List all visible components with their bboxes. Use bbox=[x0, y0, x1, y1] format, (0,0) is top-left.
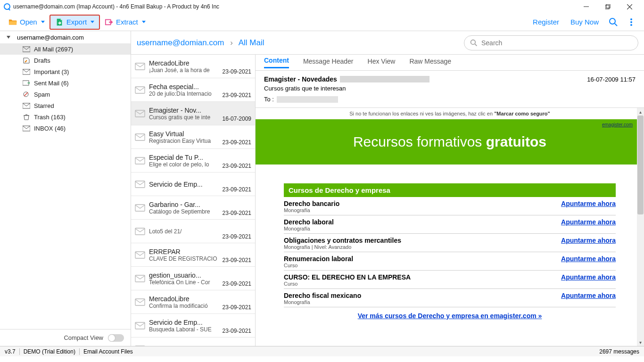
extract-button[interactable]: Extract bbox=[100, 16, 150, 29]
message-item[interactable]: Fecha especial...20 de julio:Día Interna… bbox=[131, 78, 255, 102]
mail-subject: Cursos gratis que te interesan bbox=[264, 85, 636, 92]
message-subject: Easy Virtual bbox=[149, 130, 219, 138]
close-button[interactable] bbox=[619, 0, 640, 13]
course-signup-link[interactable]: Apuntarme ahora bbox=[561, 218, 616, 226]
folder-icon bbox=[23, 69, 30, 74]
scroll-down-icon[interactable]: ▾ bbox=[637, 338, 644, 346]
folder-item[interactable]: Sent Mail (6) bbox=[0, 77, 131, 89]
mail-body[interactable]: Si no te funcionan los enlaces ni ves la… bbox=[256, 108, 644, 346]
message-item[interactable]: Emagister - Nov...Cursos gratis que te i… bbox=[131, 102, 255, 125]
message-date: 23-09-2021 bbox=[223, 328, 251, 337]
course-subtitle: Monografía bbox=[284, 299, 561, 305]
message-item[interactable]: Especial de Tu P...Elige el color de pel… bbox=[131, 149, 255, 173]
svg-rect-25 bbox=[135, 322, 145, 329]
message-subject: Especial de Tu P... bbox=[149, 154, 219, 161]
course-subtitle: Monografía | Nivel: Avanzado bbox=[284, 244, 561, 250]
folder-label: Drafts bbox=[34, 57, 50, 64]
message-preview: Busqueda Laboral - SUE bbox=[149, 326, 219, 333]
message-item[interactable]: Easy VirtualRegistracion Easy Virtua23-0… bbox=[131, 125, 255, 149]
register-link[interactable]: Register bbox=[527, 16, 565, 28]
envelope-icon bbox=[135, 275, 145, 282]
envelope-icon bbox=[135, 322, 145, 329]
message-date: 23-09-2021 bbox=[223, 139, 251, 148]
mail-to-label: To : bbox=[264, 96, 274, 103]
course-row: Derecho bancarioMonografíaApuntarme ahor… bbox=[284, 197, 616, 215]
search-input[interactable] bbox=[481, 39, 632, 47]
tab-message-header[interactable]: Message Header bbox=[303, 58, 354, 68]
course-title: Renumeracion laboral bbox=[284, 255, 561, 263]
message-list[interactable]: MercadoLibre¡Juan José, a la hora de23-0… bbox=[131, 55, 256, 346]
tab-content[interactable]: Content bbox=[264, 57, 289, 68]
status-bar: v3.7 DEMO (Trial Edition) Email Account … bbox=[0, 346, 644, 356]
folder-label: Starred bbox=[34, 102, 54, 109]
envelope-icon bbox=[135, 110, 145, 117]
folder-item[interactable]: INBOX (46) bbox=[0, 123, 131, 134]
folder-icon bbox=[23, 114, 30, 120]
folder-item[interactable]: All Mail (2697) bbox=[0, 43, 131, 55]
scrollbar-thumb[interactable] bbox=[637, 115, 644, 214]
folder-label: Trash (163) bbox=[34, 114, 66, 121]
envelope-icon bbox=[135, 133, 145, 141]
course-subtitle: Monografía bbox=[284, 226, 561, 231]
message-preview: Loto5 del 21/ bbox=[149, 228, 219, 235]
message-date: 23-09-2021 bbox=[223, 92, 251, 101]
course-row: Obligaciones y contratos mercantilesMono… bbox=[284, 234, 616, 252]
message-item[interactable]: Servicio de Emp...23-09-2021 bbox=[131, 173, 255, 196]
message-item[interactable]: MercadoLibreConfirma la modificació23-09… bbox=[131, 290, 255, 314]
message-item[interactable]: Servicio de Emp...Busqueda Laboral - SUE… bbox=[131, 314, 255, 337]
folder-item[interactable]: Important (3) bbox=[0, 66, 131, 77]
more-button[interactable] bbox=[622, 13, 640, 31]
breadcrumb[interactable]: username@domian.com › All Mail bbox=[137, 38, 264, 48]
course-signup-link[interactable]: Apuntarme ahora bbox=[561, 255, 616, 263]
more-courses-link[interactable]: Ver más cursos de Derecho y empresa en e… bbox=[284, 312, 616, 320]
search-button[interactable] bbox=[604, 13, 622, 31]
open-button[interactable]: Open bbox=[4, 16, 50, 29]
compact-view-toggle[interactable] bbox=[108, 334, 124, 342]
minimize-button[interactable] bbox=[575, 0, 597, 13]
breadcrumb-account: username@domian.com bbox=[137, 38, 224, 47]
message-subject: MercadoLibre bbox=[149, 295, 219, 303]
envelope-icon bbox=[135, 251, 145, 259]
maximize-button[interactable] bbox=[597, 0, 619, 13]
folder-item[interactable]: Spam bbox=[0, 89, 131, 100]
mail-banner: emagister.com Recursos formativos gratui… bbox=[256, 119, 644, 165]
svg-rect-20 bbox=[135, 205, 145, 211]
message-item[interactable]: tarjeta@tupara bbox=[131, 337, 255, 346]
message-item[interactable]: Loto5 del 21/23-09-2021 bbox=[131, 220, 255, 243]
course-signup-link[interactable]: Apuntarme ahora bbox=[561, 237, 616, 244]
folder-item[interactable]: Starred bbox=[0, 100, 131, 111]
status-message-count: 2697 messages bbox=[599, 348, 639, 355]
tab-raw-message[interactable]: Raw Message bbox=[409, 58, 451, 68]
folder-item[interactable]: Trash (163) bbox=[0, 111, 131, 123]
mail-from: Emagister - Novedades bbox=[264, 75, 337, 83]
message-item[interactable]: gestion_usuario...Telefónica On Line - C… bbox=[131, 267, 255, 290]
message-item[interactable]: ERREPARCLAVE DE REGISTRACIO23-09-2021 bbox=[131, 243, 255, 267]
search-box[interactable] bbox=[464, 35, 638, 50]
search-icon bbox=[470, 39, 478, 47]
export-button[interactable]: Export bbox=[50, 15, 100, 30]
tab-hex-view[interactable]: Hex View bbox=[368, 58, 396, 68]
course-signup-link[interactable]: Apuntarme ahora bbox=[561, 273, 616, 281]
title-bar: username@domain.com (Imap Account) - 4n6… bbox=[0, 0, 644, 13]
folder-item[interactable]: Drafts bbox=[0, 55, 131, 66]
mail-header: Emagister - Novedades 16-07-2009 11:57 C… bbox=[256, 71, 644, 108]
course-row: Derecho fiscal mexicanoMonografíaApuntar… bbox=[284, 289, 616, 307]
message-date: 23-09-2021 bbox=[223, 280, 251, 290]
chevron-right-icon: › bbox=[230, 38, 233, 47]
course-subtitle: Curso bbox=[284, 281, 561, 287]
buy-now-link[interactable]: Buy Now bbox=[565, 16, 604, 28]
course-subtitle: Curso bbox=[284, 263, 561, 268]
course-signup-link[interactable]: Apuntarme ahora bbox=[561, 200, 616, 207]
account-row[interactable]: username@domain.com bbox=[0, 31, 131, 43]
message-preview: ¡Juan José, a la hora de bbox=[149, 67, 219, 74]
message-item[interactable]: MercadoLibre¡Juan José, a la hora de23-0… bbox=[131, 55, 255, 78]
folder-label: All Mail (2697) bbox=[34, 46, 73, 53]
compact-view-label: Compact View bbox=[64, 334, 103, 341]
scroll-up-icon[interactable]: ▴ bbox=[637, 108, 644, 115]
folder-sidebar: username@domain.com All Mail (2697)Draft… bbox=[0, 31, 131, 346]
message-date: 23-09-2021 bbox=[223, 233, 251, 243]
more-vertical-icon bbox=[627, 18, 636, 26]
vertical-scrollbar[interactable]: ▴ ▾ bbox=[637, 108, 644, 346]
course-signup-link[interactable]: Apuntarme ahora bbox=[561, 292, 616, 299]
message-item[interactable]: Garbarino - Gar...Catálogo de Septiembre… bbox=[131, 196, 255, 220]
